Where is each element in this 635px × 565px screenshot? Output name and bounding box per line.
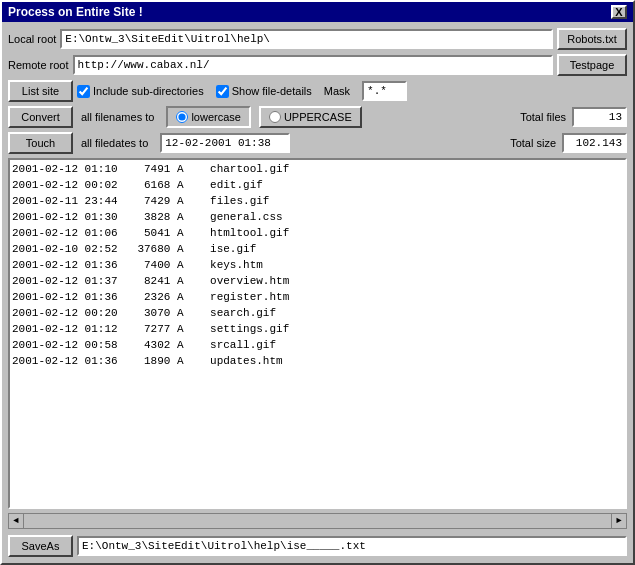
list-item[interactable]: 2001-02-11 23:44 7429 A files.gif xyxy=(12,193,623,209)
hscroll-right[interactable]: ► xyxy=(611,513,627,529)
lowercase-radio[interactable] xyxy=(176,111,188,123)
close-button[interactable]: X xyxy=(611,5,627,19)
uppercase-option[interactable]: UPPERCASE xyxy=(269,111,352,123)
list-item[interactable]: 2001-02-12 01:12 7277 A settings.gif xyxy=(12,321,623,337)
content-area: Local root Robots.txt Remote root Testpa… xyxy=(2,22,633,563)
robots-button[interactable]: Robots.txt xyxy=(557,28,627,50)
convert-button[interactable]: Convert xyxy=(8,106,73,128)
list-item[interactable]: 2001-02-12 00:58 4302 A srcall.gif xyxy=(12,337,623,353)
mask-input[interactable] xyxy=(362,81,407,101)
testpage-button[interactable]: Testpage xyxy=(557,54,627,76)
date-input[interactable] xyxy=(160,133,290,153)
list-item[interactable]: 2001-02-12 00:20 3070 A search.gif xyxy=(12,305,623,321)
remote-root-input[interactable] xyxy=(73,55,553,75)
list-item[interactable]: 2001-02-12 01:37 8241 A overview.htm xyxy=(12,273,623,289)
list-site-button[interactable]: List site xyxy=(8,80,73,102)
save-as-input[interactable] xyxy=(77,536,627,556)
mask-label: Mask xyxy=(324,85,350,97)
touch-row: Touch all filedates to Total size 102.14… xyxy=(8,132,627,154)
list-item[interactable]: 2001-02-12 01:10 7491 A chartool.gif xyxy=(12,161,623,177)
local-root-input[interactable] xyxy=(60,29,553,49)
main-window: Process on Entire Site ! X Local root Ro… xyxy=(0,0,635,565)
convert-row: Convert all filenames to lowercase UPPER… xyxy=(8,106,627,128)
total-files-label: Total files xyxy=(520,111,566,123)
list-item[interactable]: 2001-02-10 02:52 37680 A ise.gif xyxy=(12,241,623,257)
show-file-details-label[interactable]: Show file-details xyxy=(216,85,312,98)
file-list-container[interactable]: 2001-02-12 01:10 7491 A chartool.gif2001… xyxy=(8,158,627,509)
all-filedates-label: all filedates to xyxy=(81,137,148,149)
lowercase-option[interactable]: lowercase xyxy=(176,111,241,123)
local-root-label: Local root xyxy=(8,33,56,45)
show-file-details-checkbox[interactable] xyxy=(216,85,229,98)
remote-root-label: Remote root xyxy=(8,59,69,71)
include-subdirs-checkbox[interactable] xyxy=(77,85,90,98)
total-files-value: 13 xyxy=(572,107,627,127)
file-list: 2001-02-12 01:10 7491 A chartool.gif2001… xyxy=(10,160,625,370)
options-row: List site Include sub-directories Show f… xyxy=(8,80,627,102)
hscroll-left[interactable]: ◄ xyxy=(8,513,24,529)
save-as-row: SaveAs xyxy=(8,535,627,557)
total-size-value: 102.143 xyxy=(562,133,627,153)
include-subdirs-label[interactable]: Include sub-directories xyxy=(77,85,204,98)
touch-button[interactable]: Touch xyxy=(8,132,73,154)
total-size-label: Total size xyxy=(510,137,556,149)
hscroll-track[interactable] xyxy=(24,513,611,529)
remote-root-row: Remote root Testpage xyxy=(8,54,627,76)
hscrollbar-area: ◄ ► xyxy=(8,513,627,529)
list-item[interactable]: 2001-02-12 01:36 1890 A updates.htm xyxy=(12,353,623,369)
list-item[interactable]: 2001-02-12 01:06 5041 A htmltool.gif xyxy=(12,225,623,241)
uppercase-radio[interactable] xyxy=(269,111,281,123)
list-item[interactable]: 2001-02-12 00:02 6168 A edit.gif xyxy=(12,177,623,193)
save-as-button[interactable]: SaveAs xyxy=(8,535,73,557)
checkbox-group: Include sub-directories Show file-detail… xyxy=(77,81,627,101)
list-item[interactable]: 2001-02-12 01:36 7400 A keys.htm xyxy=(12,257,623,273)
window-title: Process on Entire Site ! xyxy=(8,5,143,19)
list-item[interactable]: 2001-02-12 01:36 2326 A register.htm xyxy=(12,289,623,305)
local-root-row: Local root Robots.txt xyxy=(8,28,627,50)
title-bar: Process on Entire Site ! X xyxy=(2,2,633,22)
all-filenames-label: all filenames to xyxy=(81,111,154,123)
list-item[interactable]: 2001-02-12 01:30 3828 A general.css xyxy=(12,209,623,225)
